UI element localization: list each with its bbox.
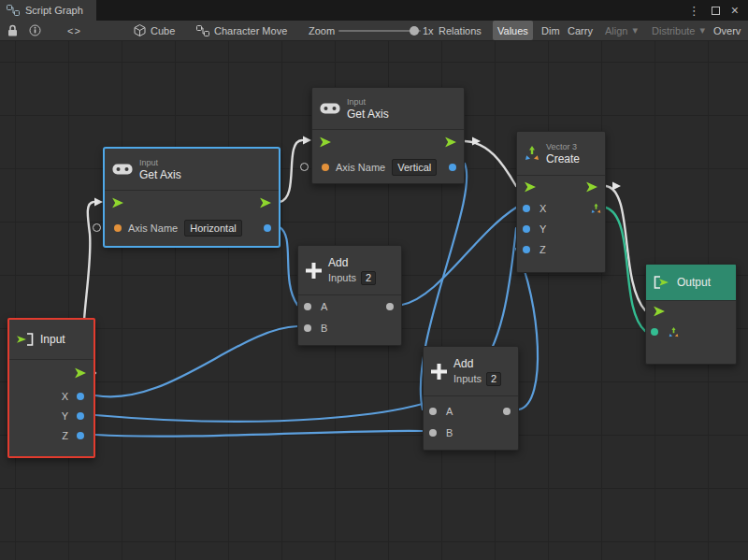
- flow-row: [312, 130, 464, 154]
- port-label: A: [446, 406, 453, 417]
- info-icon[interactable]: [29, 21, 41, 40]
- result-output-port[interactable]: [449, 164, 456, 171]
- port-label: Y: [62, 410, 68, 422]
- values-button[interactable]: Values: [493, 21, 533, 40]
- inputs-count-field[interactable]: 2: [361, 271, 376, 285]
- port-label: X: [62, 391, 68, 402]
- relations-button[interactable]: Relations: [434, 21, 486, 40]
- zoom-slider-handle[interactable]: [410, 26, 419, 36]
- node-get-axis-horizontal[interactable]: Input Get Axis Axis Name Horizontal: [104, 148, 280, 247]
- vector3-input-port[interactable]: [651, 328, 658, 336]
- node-title: Add: [328, 256, 376, 269]
- node-header: Input Get Axis: [312, 88, 464, 129]
- lock-icon[interactable]: [7, 21, 18, 40]
- port-label: Z: [62, 430, 68, 441]
- input-port-x[interactable]: [523, 205, 530, 212]
- input-port-y[interactable]: [523, 225, 530, 233]
- output-port-x[interactable]: [77, 393, 84, 400]
- node-output[interactable]: Output: [645, 264, 737, 365]
- graph-toolbar: <> Cube Character Move Zoom 1x Relations…: [0, 21, 748, 41]
- node-header: Output: [646, 265, 736, 300]
- sum-output-port[interactable]: [386, 303, 394, 310]
- input-port-a[interactable]: [304, 303, 311, 310]
- maximize-icon[interactable]: [712, 7, 720, 15]
- flow-in-port[interactable]: [525, 182, 536, 193]
- node-add-1[interactable]: Add Inputs 2 A B: [297, 245, 402, 346]
- vector-input-row: [646, 322, 736, 342]
- input-port-z[interactable]: [523, 246, 530, 253]
- gamepad-icon: [320, 102, 340, 115]
- flow-out-port[interactable]: [75, 368, 86, 379]
- node-input[interactable]: Input X Y Z: [7, 318, 95, 458]
- align-label: Align: [605, 25, 627, 36]
- object-breadcrumb[interactable]: Cube: [134, 21, 175, 40]
- axis-name-input-port[interactable]: [93, 223, 101, 232]
- output-port-y[interactable]: [77, 412, 84, 420]
- plus-icon: [306, 263, 322, 279]
- string-type-icon: [114, 224, 122, 232]
- input-icon: [17, 333, 34, 346]
- script-graph-icon: [7, 5, 20, 16]
- close-icon[interactable]: ×: [731, 4, 739, 17]
- port-label: Y: [539, 223, 546, 235]
- inputs-label: Inputs: [328, 272, 356, 283]
- axis-name-field[interactable]: Horizontal: [184, 220, 242, 237]
- flow-out-port[interactable]: [260, 198, 271, 208]
- output-port-z[interactable]: [77, 432, 84, 439]
- port-row-b: B: [298, 317, 401, 338]
- code-icon[interactable]: <>: [67, 21, 81, 40]
- result-output-port[interactable]: [264, 224, 271, 232]
- node-category: Input: [139, 158, 181, 168]
- align-dropdown[interactable]: Align▾: [600, 21, 642, 40]
- port-row-y: Y: [517, 219, 605, 239]
- input-port-b[interactable]: [304, 324, 311, 332]
- vector3-type-icon: [669, 327, 679, 337]
- node-title: Get Axis: [139, 168, 181, 181]
- menu-icon[interactable]: ⋮: [688, 5, 700, 17]
- node-get-axis-vertical[interactable]: Input Get Axis Axis Name Vertical: [311, 87, 465, 184]
- object-name: Cube: [151, 25, 175, 36]
- string-type-icon: [322, 164, 329, 171]
- zoom-slider-track[interactable]: [338, 30, 421, 32]
- axis-name-field[interactable]: Vertical: [392, 159, 437, 176]
- flow-out-port[interactable]: [445, 137, 456, 148]
- distribute-dropdown[interactable]: Distribute▾: [647, 21, 710, 40]
- flow-in-port[interactable]: [112, 198, 123, 208]
- script-graph-icon: [196, 25, 209, 36]
- sum-output-port[interactable]: [503, 408, 511, 415]
- input-port-a[interactable]: [429, 408, 437, 415]
- port-row-a: A: [424, 400, 518, 422]
- port-row-b: B: [424, 422, 518, 443]
- cube-icon: [134, 24, 146, 36]
- graph-breadcrumb[interactable]: Character Move: [196, 21, 287, 40]
- port-row-y: Y: [9, 406, 94, 425]
- axis-name-input-port[interactable]: [300, 163, 309, 171]
- vector3-output-port[interactable]: [591, 204, 601, 214]
- overview-button[interactable]: Overv: [709, 21, 745, 40]
- flow-out-port[interactable]: [586, 182, 597, 193]
- node-header: Input Get Axis: [105, 149, 279, 190]
- port-label: X: [539, 203, 546, 214]
- flow-row: [517, 176, 605, 198]
- flow-row: [9, 360, 94, 386]
- port-label: Axis Name: [128, 223, 178, 234]
- zoom-value: 1x: [423, 21, 434, 40]
- inputs-count-field[interactable]: 2: [486, 372, 501, 386]
- carry-button[interactable]: Carry: [563, 21, 597, 40]
- node-category: Input: [347, 97, 389, 108]
- flow-in-port[interactable]: [654, 307, 665, 317]
- window-controls: ⋮ ×: [688, 0, 748, 21]
- input-port-b[interactable]: [429, 429, 437, 437]
- node-title: Get Axis: [347, 108, 389, 121]
- dim-button[interactable]: Dim: [537, 21, 565, 40]
- node-title: Output: [677, 276, 711, 289]
- node-add-2[interactable]: Add Inputs 2 A B: [423, 346, 519, 451]
- zoom-slider[interactable]: [338, 21, 421, 40]
- node-header: Input: [9, 320, 94, 359]
- tab-script-graph[interactable]: Script Graph: [0, 0, 96, 21]
- flow-in-port[interactable]: [320, 137, 331, 148]
- node-vector3-create[interactable]: Vector 3 Create X Y Z: [516, 131, 606, 273]
- chevron-down-icon: ▾: [632, 24, 638, 36]
- node-title: Input: [40, 333, 65, 346]
- gamepad-icon: [112, 163, 133, 176]
